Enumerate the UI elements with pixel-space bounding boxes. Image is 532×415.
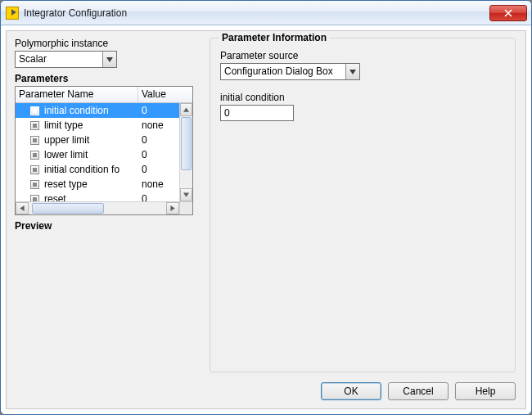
param-value-cell: none <box>138 178 179 190</box>
param-name-text: upper limit <box>44 134 89 146</box>
right-pane: Parameter Information Parameter source C… <box>210 38 516 372</box>
param-value-cell: 0 <box>138 105 179 116</box>
param-name-text: initial condition <box>44 105 109 116</box>
window-title: Integrator Configuration <box>24 7 127 19</box>
param-name-text: reset type <box>44 178 88 190</box>
col-name-header[interactable]: Parameter Name <box>16 87 138 102</box>
param-value-cell: 0 <box>138 134 179 146</box>
table-row[interactable]: reset0 <box>16 192 179 201</box>
left-pane: Polymorphic instance Scalar Parameters P… <box>15 38 195 372</box>
param-value-cell: 0 <box>138 149 179 160</box>
horizontal-scroll-thumb[interactable] <box>32 203 104 214</box>
param-name-text: lower limit <box>44 149 88 160</box>
table-row[interactable]: reset typenone <box>16 177 179 192</box>
row-glyph-icon <box>30 165 39 174</box>
row-glyph-icon <box>30 136 39 145</box>
table-row[interactable]: initial condition0 <box>16 103 179 118</box>
param-name-cell: lower limit <box>16 149 138 160</box>
table-row[interactable]: lower limit0 <box>16 147 179 162</box>
scroll-left-button[interactable] <box>16 202 29 214</box>
client-area: Polymorphic instance Scalar Parameters P… <box>6 30 526 409</box>
param-name-cell: upper limit <box>16 134 138 146</box>
poly-instance-dropdown-button[interactable] <box>102 52 116 67</box>
param-value-cell: 0 <box>138 193 179 201</box>
chevron-right-icon <box>170 205 175 211</box>
vertical-scrollbar[interactable] <box>179 103 192 201</box>
param-source-value: Configuration Dialog Box <box>221 64 345 79</box>
dialog-button-row: OK Cancel Help <box>321 382 516 400</box>
param-value-cell: none <box>138 120 179 131</box>
title-bar: Integrator Configuration <box>1 1 531 25</box>
param-name-cell: reset <box>16 193 138 201</box>
param-value-cell: 0 <box>138 164 179 175</box>
table-row[interactable]: limit typenone <box>16 118 179 133</box>
chevron-down-icon <box>349 70 356 74</box>
horizontal-scrollbar[interactable] <box>16 201 192 214</box>
ok-button[interactable]: OK <box>321 382 381 400</box>
chevron-up-icon <box>183 107 189 112</box>
row-glyph-icon <box>30 121 39 130</box>
poly-instance-label: Polymorphic instance <box>15 38 195 49</box>
param-name-cell: initial condition <box>16 105 138 116</box>
parameter-info-group: Parameter Information Parameter source C… <box>210 38 516 372</box>
scroll-down-button[interactable] <box>180 188 192 201</box>
initial-condition-input[interactable] <box>220 105 294 121</box>
col-value-header[interactable]: Value <box>138 87 192 102</box>
param-source-label: Parameter source <box>220 50 505 61</box>
close-button[interactable] <box>489 5 527 21</box>
poly-instance-combo[interactable]: Scalar <box>15 51 117 68</box>
cancel-button[interactable]: Cancel <box>388 382 449 400</box>
app-icon <box>6 7 19 20</box>
chevron-down-icon <box>183 192 189 197</box>
help-button[interactable]: Help <box>455 382 516 400</box>
scroll-up-button[interactable] <box>180 103 192 116</box>
chevron-down-icon <box>106 57 113 62</box>
table-row[interactable]: upper limit0 <box>16 133 179 147</box>
scroll-right-button[interactable] <box>166 202 179 214</box>
scroll-corner <box>179 202 192 214</box>
dialog-window: Integrator Configuration Polymorphic ins… <box>0 0 532 415</box>
row-glyph-icon <box>30 195 39 202</box>
parameters-heading: Parameters <box>15 73 195 84</box>
row-glyph-icon <box>30 151 39 160</box>
param-source-dropdown-button[interactable] <box>345 64 359 79</box>
parameters-body: initial condition0limit typenoneupper li… <box>16 103 179 201</box>
param-name-cell: initial condition fo <box>16 164 138 175</box>
close-icon <box>504 9 512 17</box>
param-name-text: initial condition fo <box>44 164 119 175</box>
initial-condition-label: initial condition <box>220 92 505 103</box>
param-source-combo[interactable]: Configuration Dialog Box <box>220 63 360 80</box>
param-name-text: limit type <box>44 120 83 131</box>
chevron-left-icon <box>20 205 25 211</box>
vertical-scroll-thumb[interactable] <box>181 117 192 170</box>
preview-heading: Preview <box>15 220 195 232</box>
param-name-cell: limit type <box>16 120 138 131</box>
parameter-info-legend: Parameter Information <box>219 32 330 43</box>
row-glyph-icon <box>30 180 39 189</box>
poly-instance-value: Scalar <box>16 52 102 67</box>
param-name-cell: reset type <box>16 178 138 190</box>
row-glyph-icon <box>30 106 39 115</box>
param-name-text: reset <box>44 193 66 201</box>
parameters-table: Parameter Name Value initial condition0l… <box>15 86 193 215</box>
parameters-header: Parameter Name Value <box>16 87 192 103</box>
table-row[interactable]: initial condition fo0 <box>16 162 179 177</box>
